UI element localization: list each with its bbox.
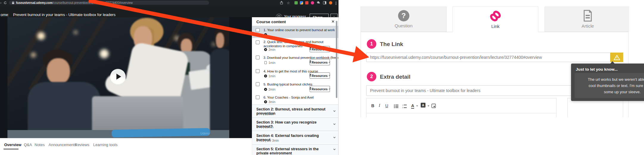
document-duration-icon: [264, 61, 267, 64]
extensions-puzzle-icon[interactable]: [317, 1, 320, 4]
caret-down-icon: [416, 105, 418, 107]
resources-dropdown[interactable]: Resources: [310, 72, 330, 79]
video-watermark: Udemy: [200, 132, 210, 135]
question-icon: ?: [398, 10, 409, 21]
folder-icon: [310, 48, 311, 50]
editor-toolbar: B I U 1 2 A A: [367, 98, 556, 113]
tab-article[interactable]: Article: [545, 7, 629, 32]
side-panel-icon[interactable]: [323, 1, 326, 4]
video-duration-icon: [264, 100, 267, 103]
chevron-down-icon: [333, 148, 336, 150]
sidebar-scrollbar[interactable]: [336, 21, 337, 98]
highlight-color-button[interactable]: A: [421, 103, 425, 107]
link-icon: [489, 10, 501, 22]
numbered-list-button[interactable]: 1 2: [402, 105, 407, 108]
tab-question[interactable]: ? Question: [361, 7, 447, 32]
bokeh-light: [37, 32, 45, 40]
folder-icon: [310, 61, 311, 63]
extra-detail-label: Extra detail: [380, 74, 410, 80]
play-button[interactable]: [110, 69, 126, 84]
resources-dropdown[interactable]: Resources: [310, 86, 330, 92]
home-link-partial[interactable]: ome: [1, 12, 8, 17]
step-1-badge: 1: [367, 39, 376, 49]
udemy-header: ome Prevent burnout in your teams - Ulti…: [0, 5, 339, 17]
sidebar-title: Course content: [256, 20, 286, 24]
underline-button[interactable]: U: [385, 103, 388, 108]
lecture-item-6[interactable]: 6. Your Coaches - Sonja and Axel 3min: [252, 93, 338, 105]
insert-image-button[interactable]: [431, 104, 436, 108]
video-duration-icon: [264, 33, 267, 36]
font-color-button[interactable]: A: [411, 103, 414, 109]
lecture-item-4[interactable]: 4. How to get the most of this course 1m…: [252, 67, 338, 80]
extension-icon-pink[interactable]: [311, 1, 314, 4]
browser-menu-icon[interactable]: [336, 1, 336, 5]
bullet-list-button[interactable]: [394, 105, 398, 108]
lecture-checkbox[interactable]: [256, 28, 260, 32]
tab-link[interactable]: Link: [453, 7, 538, 32]
share-page-icon[interactable]: [280, 1, 283, 4]
tooltip-body: The url works but we weren't able to pul…: [575, 73, 644, 98]
bookmark-star-icon[interactable]: ☆: [287, 0, 290, 6]
lock-icon: [12, 1, 14, 4]
refresh-icon[interactable]: [4, 1, 7, 4]
link-url-input[interactable]: https://fuseuniversal.udemy.com/course/b…: [366, 53, 610, 62]
person-background-man-face: [216, 33, 224, 48]
folder-icon: [310, 88, 311, 90]
screenshot-root: › fuseuniversal.udemy.com/course/burnout…: [0, 0, 644, 155]
lecture-item-5[interactable]: 5. Busting typical burnout clichés 2min …: [252, 80, 338, 93]
course-title[interactable]: Prevent burnout in your teams - Ultimate…: [13, 12, 116, 17]
tab-announcements[interactable]: Announcements: [49, 143, 77, 147]
course-content-sidebar: Course content ✕ 1. Your online course t…: [252, 17, 339, 155]
step-2-badge: 2: [367, 72, 376, 81]
tab-qa[interactable]: Q&A: [24, 143, 32, 147]
lecture-item-1[interactable]: 1. Your online course to prevent burnout…: [252, 26, 338, 38]
person-man-body: [28, 82, 100, 138]
chevron-down-icon: [333, 110, 336, 112]
warning-button[interactable]: [610, 53, 623, 62]
rich-text-editor[interactable]: B I U 1 2 A A: [366, 98, 556, 117]
browser-toolbar: › fuseuniversal.udemy.com/course/burnout…: [0, 0, 339, 5]
video-frame[interactable]: Udemy: [7, 17, 229, 138]
svg-text:2: 2: [402, 107, 403, 108]
lecture-item-2[interactable]: 2. Quick test: Stress factors and burnou…: [252, 38, 338, 53]
extension-icon-green[interactable]: [294, 1, 298, 4]
forward-arrow-icon[interactable]: ›: [0, 0, 1, 5]
tab-reviews[interactable]: Reviews: [75, 143, 89, 147]
play-icon: [116, 74, 121, 80]
bold-button[interactable]: B: [371, 103, 374, 108]
italic-button[interactable]: I: [379, 103, 380, 108]
lecture-checkbox[interactable]: [256, 69, 260, 73]
chevron-down-icon: [333, 123, 336, 125]
tab-learning-tools[interactable]: Learning tools: [93, 143, 118, 147]
section-2-header[interactable]: Section 2: Burnout, stress and burnout p…: [252, 105, 338, 118]
lecture-checkbox[interactable]: [256, 40, 260, 44]
the-link-label: The Link: [380, 41, 403, 48]
lecture-checkbox[interactable]: [256, 95, 260, 99]
person-man-face: [47, 58, 70, 84]
article-icon: [583, 10, 592, 22]
url-warning-tooltip: Just to let you know... The url works bu…: [571, 64, 644, 101]
profile-avatar-icon[interactable]: [329, 1, 332, 4]
lecture-item-3[interactable]: 3. Download your burnout prevention work…: [252, 53, 338, 67]
lecture-checkbox[interactable]: [256, 56, 260, 59]
lecture-checkbox[interactable]: [256, 82, 260, 86]
video-duration-icon: [264, 88, 267, 91]
resources-dropdown[interactable]: Resources: [310, 59, 330, 65]
close-icon[interactable]: ✕: [331, 19, 335, 24]
tab-notes[interactable]: Notes: [35, 143, 45, 147]
extension-icon-red[interactable]: [305, 1, 308, 4]
extension-icon-multicolor[interactable]: [300, 1, 303, 4]
svg-text:1: 1: [402, 105, 403, 106]
section-4-header[interactable]: Section 4: External factors creating bur…: [252, 131, 338, 144]
address-bar[interactable]: fuseuniversal.udemy.com/course/burnout-p…: [9, 1, 209, 5]
section-5-header[interactable]: Section 5: External stressors in the pri…: [252, 144, 338, 155]
section-3-header[interactable]: Section 3: How can you recognize burnout…: [252, 118, 338, 131]
warning-triangle-icon: [614, 55, 620, 60]
tab-overview[interactable]: Overview: [4, 143, 21, 147]
person-background-man-body: [210, 49, 229, 138]
editor-content-area[interactable]: [367, 113, 556, 117]
url-path: /course/burnout-prevention/learn/lecture…: [52, 1, 133, 4]
resources-dropdown[interactable]: Resources: [310, 46, 330, 52]
active-tab-underline: [4, 149, 18, 149]
video-duration-icon: [264, 48, 267, 51]
